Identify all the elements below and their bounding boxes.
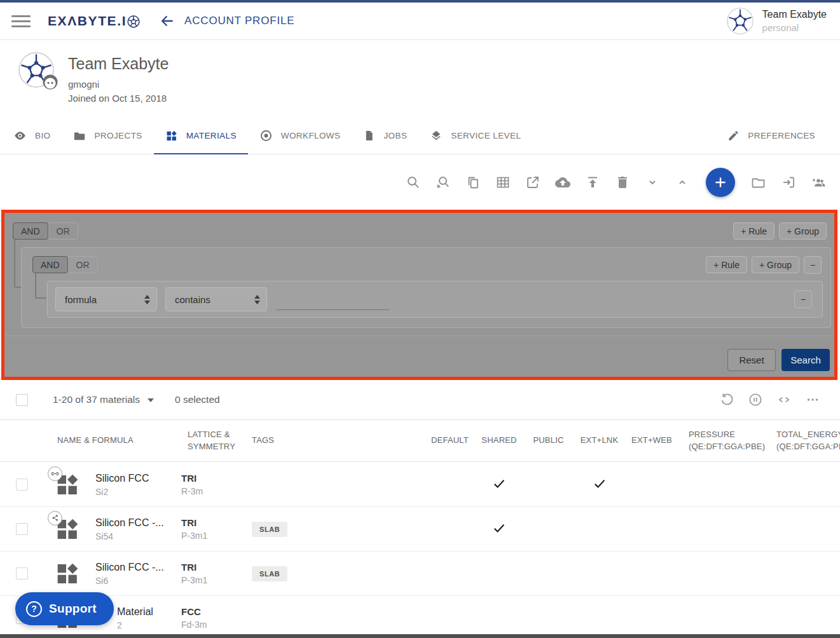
pause-circle-icon[interactable] xyxy=(748,392,763,407)
group-add-group-button[interactable]: + Group xyxy=(752,256,799,273)
tab-materials[interactable]: MATERIALS xyxy=(154,118,248,154)
material-name[interactable]: Silicon FCC xyxy=(95,473,181,484)
pagination-dropdown[interactable]: 1-20 of 37 materials xyxy=(53,394,154,405)
account-type: personal xyxy=(762,22,827,33)
tab-label: WORKFLOWS xyxy=(281,131,341,140)
material-formula: Si54 xyxy=(95,531,181,541)
tab-jobs[interactable]: JOBS xyxy=(352,118,418,154)
column-header-name: NAME & FORMULA xyxy=(41,435,181,447)
cloud-upload-icon[interactable] xyxy=(555,175,570,190)
material-name[interactable]: Silicon FCC -... xyxy=(95,562,181,573)
profile-joined-date: Joined on Oct 15, 2018 xyxy=(68,93,169,104)
table-row[interactable]: Silicon FCC Si2 TRI R-3m xyxy=(0,463,840,507)
row-checkbox[interactable] xyxy=(16,478,28,491)
logo-text: EXΛBYTE.I xyxy=(48,13,127,29)
group-remove-button[interactable]: − xyxy=(804,256,822,274)
tab-bar: BIO PROJECTS MATERIALS WORKFLOWS JOBS SE… xyxy=(0,118,840,154)
tab-bio[interactable]: BIO xyxy=(2,118,62,154)
chevron-down-icon[interactable] xyxy=(645,175,660,190)
upload-icon[interactable] xyxy=(585,175,600,190)
rule-remove-button[interactable]: − xyxy=(794,290,812,308)
folder-move-icon[interactable] xyxy=(751,175,766,190)
chevron-up-icon[interactable] xyxy=(675,175,690,190)
advanced-search-icon[interactable] xyxy=(436,175,451,190)
back-arrow-icon[interactable] xyxy=(159,13,176,29)
field-select[interactable]: formula xyxy=(55,287,157,311)
menu-icon[interactable] xyxy=(11,12,31,31)
group-add-icon[interactable] xyxy=(811,175,826,190)
table-row[interactable]: Silicon FCC -... Si54 TRI P-3m1 SLAB xyxy=(0,507,840,552)
search-icon[interactable] xyxy=(406,175,421,190)
row-checkbox[interactable] xyxy=(16,523,28,535)
check-icon xyxy=(593,477,607,491)
materials-toolbar xyxy=(0,154,840,210)
connector-line xyxy=(35,272,46,299)
outer-add-rule-button[interactable]: + Rule xyxy=(733,222,775,240)
material-tags: SLAB xyxy=(248,566,426,581)
account-menu[interactable]: Team Exabyte personal xyxy=(727,8,827,34)
material-icon xyxy=(55,561,80,587)
link-badge-icon xyxy=(48,466,62,481)
material-lattice: TRI xyxy=(181,562,248,573)
tab-service-level[interactable]: SERVICE LEVEL xyxy=(418,118,532,154)
material-symmetry: P-3m1 xyxy=(181,575,248,585)
material-icon xyxy=(55,472,80,498)
delete-icon[interactable] xyxy=(615,175,630,190)
group-add-rule-button[interactable]: + Rule xyxy=(706,256,747,273)
tab-preferences[interactable]: PREFERENCES xyxy=(716,118,827,154)
material-name[interactable]: Material xyxy=(117,606,181,618)
materials-icon xyxy=(165,130,178,142)
exabyte-logo[interactable]: EXΛBYTE.I xyxy=(48,13,140,29)
refresh-icon[interactable] xyxy=(719,392,734,407)
operator-select[interactable]: contains xyxy=(165,287,267,311)
outer-or-button[interactable]: OR xyxy=(48,222,78,240)
tab-projects[interactable]: PROJECTS xyxy=(62,118,153,154)
account-name: Team Exabyte xyxy=(762,9,827,20)
reset-button[interactable]: Reset xyxy=(727,349,776,371)
group-and-button[interactable]: AND xyxy=(32,256,68,273)
table-grid-icon[interactable] xyxy=(495,175,511,190)
tab-label: BIO xyxy=(35,131,50,140)
material-name[interactable]: Silicon FCC -... xyxy=(95,517,181,529)
tab-workflows[interactable]: WORKFLOWS xyxy=(248,118,352,154)
support-button[interactable]: ? Support xyxy=(15,592,114,625)
pencil-icon xyxy=(727,130,740,142)
tab-label: JOBS xyxy=(383,131,407,140)
help-icon: ? xyxy=(26,601,42,617)
support-label: Support xyxy=(49,602,97,616)
more-icon[interactable] xyxy=(805,392,820,407)
user-face-badge-icon xyxy=(43,74,58,90)
check-icon xyxy=(492,521,506,535)
tab-label: PROJECTS xyxy=(94,131,142,140)
group-or-button[interactable]: OR xyxy=(68,256,98,273)
column-header-tags: TAGS xyxy=(248,435,426,447)
code-icon[interactable] xyxy=(776,392,792,407)
column-header-ext-web: EXT+WEB xyxy=(626,435,677,447)
field-select-value: formula xyxy=(65,294,97,305)
tab-label: SERVICE LEVEL xyxy=(451,131,521,140)
outer-add-group-button[interactable]: + Group xyxy=(779,222,827,240)
check-icon xyxy=(492,477,506,491)
materials-table-body: Silicon FCC Si2 TRI R-3m Silicon FCC -..… xyxy=(0,463,840,638)
import-icon[interactable] xyxy=(781,175,796,190)
select-all-checkbox[interactable] xyxy=(16,394,28,406)
table-row[interactable]: Material 2 FCC Fd-3m xyxy=(0,596,840,638)
operator-select-value: contains xyxy=(175,294,210,305)
material-symmetry: P-3m1 xyxy=(181,531,248,541)
search-button[interactable]: Search xyxy=(781,349,830,371)
connector-line xyxy=(14,240,21,288)
table-row[interactable]: Silicon FCC -... Si6 TRI P-3m1 SLAB xyxy=(0,552,840,596)
rule-value-input[interactable] xyxy=(277,287,389,310)
column-header-default: DEFAULT xyxy=(426,435,474,447)
material-symmetry: R-3m xyxy=(181,486,248,496)
tag-chip: SLAB xyxy=(252,522,287,537)
row-checkbox[interactable] xyxy=(16,567,28,580)
query-builder-group: AND OR + Rule + Group − formula contains… xyxy=(21,247,831,328)
select-arrows-icon xyxy=(144,295,150,304)
column-header-public: PUBLIC xyxy=(525,435,572,447)
add-material-button[interactable] xyxy=(706,168,735,197)
plus-icon xyxy=(712,174,729,191)
open-in-new-icon[interactable] xyxy=(525,175,540,190)
outer-and-button[interactable]: AND xyxy=(13,222,48,240)
copy-icon[interactable] xyxy=(465,175,481,190)
